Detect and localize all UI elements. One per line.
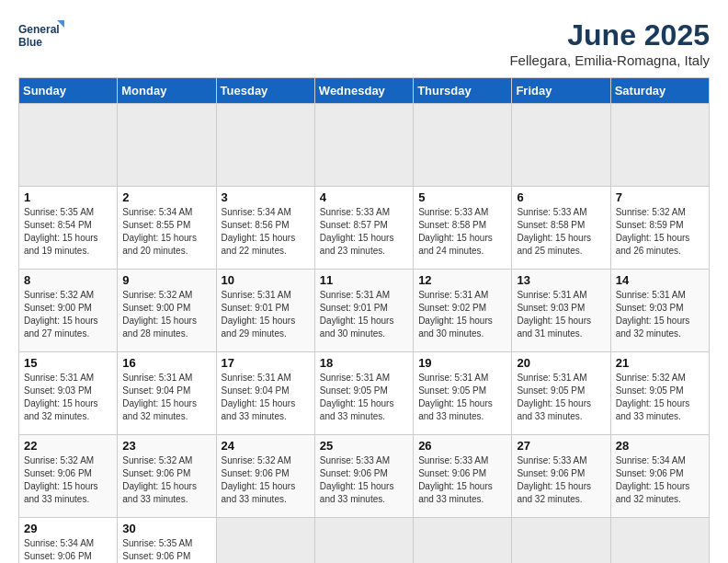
day-number: 18 (320, 356, 408, 370)
calendar-title: June 2025 (509, 18, 710, 52)
calendar-cell: 24 Sunrise: 5:32 AM Sunset: 9:06 PM Dayl… (216, 435, 314, 518)
day-number: 12 (418, 273, 506, 287)
day-info: Sunrise: 5:31 AM Sunset: 9:05 PM Dayligh… (517, 372, 605, 423)
day-number: 8 (24, 273, 112, 287)
calendar-cell: 22 Sunrise: 5:32 AM Sunset: 9:06 PM Dayl… (19, 435, 118, 518)
calendar-week-5: 29 Sunrise: 5:34 AM Sunset: 9:06 PM Dayl… (19, 518, 710, 564)
calendar-cell: 29 Sunrise: 5:34 AM Sunset: 9:06 PM Dayl… (19, 518, 118, 564)
day-number: 9 (122, 273, 210, 287)
calendar-cell: 11 Sunrise: 5:31 AM Sunset: 9:01 PM Dayl… (314, 270, 413, 352)
day-number: 10 (222, 273, 310, 287)
calendar-cell: 6 Sunrise: 5:33 AM Sunset: 8:58 PM Dayli… (512, 187, 610, 270)
calendar-cell: 16 Sunrise: 5:31 AM Sunset: 9:04 PM Dayl… (118, 352, 216, 435)
calendar-cell: 28 Sunrise: 5:34 AM Sunset: 9:06 PM Dayl… (610, 435, 709, 518)
day-info: Sunrise: 5:31 AM Sunset: 9:04 PM Dayligh… (222, 372, 310, 423)
header-sunday: Sunday (19, 78, 118, 104)
calendar-cell: 14 Sunrise: 5:31 AM Sunset: 9:03 PM Dayl… (610, 270, 709, 352)
day-number: 22 (24, 439, 112, 453)
calendar-cell (512, 104, 610, 187)
calendar-cell: 20 Sunrise: 5:31 AM Sunset: 9:05 PM Dayl… (512, 352, 610, 435)
calendar-cell: 2 Sunrise: 5:34 AM Sunset: 8:55 PM Dayli… (118, 187, 216, 270)
day-info: Sunrise: 5:32 AM Sunset: 8:59 PM Dayligh… (616, 206, 704, 258)
calendar-cell: 1 Sunrise: 5:35 AM Sunset: 8:54 PM Dayli… (19, 187, 118, 270)
day-number: 15 (24, 356, 112, 370)
logo-svg: General Blue (18, 18, 64, 57)
day-info: Sunrise: 5:34 AM Sunset: 9:06 PM Dayligh… (616, 454, 704, 506)
day-number: 13 (517, 273, 605, 287)
day-number: 27 (517, 439, 605, 453)
calendar-cell: 25 Sunrise: 5:33 AM Sunset: 9:06 PM Dayl… (314, 435, 413, 518)
header-row: Sunday Monday Tuesday Wednesday Thursday… (19, 78, 710, 104)
day-info: Sunrise: 5:35 AM Sunset: 9:06 PM Dayligh… (122, 537, 210, 563)
calendar-cell: 26 Sunrise: 5:33 AM Sunset: 9:06 PM Dayl… (414, 435, 512, 518)
day-info: Sunrise: 5:32 AM Sunset: 9:06 PM Dayligh… (122, 454, 210, 506)
header-thursday: Thursday (414, 78, 512, 104)
day-info: Sunrise: 5:33 AM Sunset: 9:06 PM Dayligh… (418, 454, 506, 506)
day-info: Sunrise: 5:32 AM Sunset: 9:00 PM Dayligh… (24, 289, 112, 340)
calendar-week-4: 22 Sunrise: 5:32 AM Sunset: 9:06 PM Dayl… (19, 435, 710, 518)
calendar-cell (414, 104, 512, 187)
calendar-cell: 3 Sunrise: 5:34 AM Sunset: 8:56 PM Dayli… (216, 187, 314, 270)
day-info: Sunrise: 5:31 AM Sunset: 9:05 PM Dayligh… (418, 372, 506, 423)
day-number: 4 (320, 190, 408, 204)
day-number: 17 (222, 356, 310, 370)
calendar-cell: 4 Sunrise: 5:33 AM Sunset: 8:57 PM Dayli… (314, 187, 413, 270)
title-block: June 2025 Fellegara, Emilia-Romagna, Ita… (509, 18, 710, 68)
day-number: 5 (418, 190, 506, 204)
calendar-cell: 30 Sunrise: 5:35 AM Sunset: 9:06 PM Dayl… (118, 518, 216, 564)
calendar-cell (216, 518, 314, 564)
day-number: 24 (222, 439, 310, 453)
day-number: 30 (122, 522, 210, 535)
day-info: Sunrise: 5:33 AM Sunset: 9:06 PM Dayligh… (517, 454, 605, 506)
day-number: 19 (418, 356, 506, 370)
calendar-cell: 8 Sunrise: 5:32 AM Sunset: 9:00 PM Dayli… (19, 270, 118, 352)
day-info: Sunrise: 5:33 AM Sunset: 8:58 PM Dayligh… (418, 206, 506, 258)
day-info: Sunrise: 5:32 AM Sunset: 9:05 PM Dayligh… (616, 372, 704, 423)
day-number: 23 (122, 439, 210, 453)
day-info: Sunrise: 5:31 AM Sunset: 9:02 PM Dayligh… (418, 289, 506, 340)
calendar-cell (216, 104, 314, 187)
day-info: Sunrise: 5:33 AM Sunset: 9:06 PM Dayligh… (320, 454, 408, 506)
calendar-cell: 18 Sunrise: 5:31 AM Sunset: 9:05 PM Dayl… (314, 352, 413, 435)
calendar-cell: 23 Sunrise: 5:32 AM Sunset: 9:06 PM Dayl… (118, 435, 216, 518)
calendar-table: Sunday Monday Tuesday Wednesday Thursday… (18, 77, 710, 563)
day-number: 6 (517, 190, 605, 204)
calendar-week-3: 15 Sunrise: 5:31 AM Sunset: 9:03 PM Dayl… (19, 352, 710, 435)
day-number: 29 (24, 522, 112, 535)
header-saturday: Saturday (610, 78, 709, 104)
calendar-cell: 17 Sunrise: 5:31 AM Sunset: 9:04 PM Dayl… (216, 352, 314, 435)
header-wednesday: Wednesday (314, 78, 413, 104)
calendar-week-1: 1 Sunrise: 5:35 AM Sunset: 8:54 PM Dayli… (19, 187, 710, 270)
logo: General Blue (18, 18, 64, 57)
calendar-cell: 21 Sunrise: 5:32 AM Sunset: 9:05 PM Dayl… (610, 352, 709, 435)
day-number: 11 (320, 273, 408, 287)
day-info: Sunrise: 5:35 AM Sunset: 8:54 PM Dayligh… (24, 206, 112, 258)
day-info: Sunrise: 5:32 AM Sunset: 9:00 PM Dayligh… (122, 289, 210, 340)
calendar-cell: 19 Sunrise: 5:31 AM Sunset: 9:05 PM Dayl… (414, 352, 512, 435)
svg-text:Blue: Blue (18, 36, 42, 49)
calendar-body: 1 Sunrise: 5:35 AM Sunset: 8:54 PM Dayli… (19, 104, 710, 564)
day-info: Sunrise: 5:31 AM Sunset: 9:03 PM Dayligh… (24, 372, 112, 423)
day-number: 16 (122, 356, 210, 370)
calendar-cell (314, 104, 413, 187)
calendar-cell (610, 104, 709, 187)
calendar-cell (19, 104, 118, 187)
calendar-cell: 10 Sunrise: 5:31 AM Sunset: 9:01 PM Dayl… (216, 270, 314, 352)
day-info: Sunrise: 5:33 AM Sunset: 8:57 PM Dayligh… (320, 206, 408, 258)
day-number: 20 (517, 356, 605, 370)
day-info: Sunrise: 5:32 AM Sunset: 9:06 PM Dayligh… (222, 454, 310, 506)
calendar-cell (118, 104, 216, 187)
header-tuesday: Tuesday (216, 78, 314, 104)
calendar-cell: 9 Sunrise: 5:32 AM Sunset: 9:00 PM Dayli… (118, 270, 216, 352)
header-monday: Monday (118, 78, 216, 104)
day-info: Sunrise: 5:31 AM Sunset: 9:05 PM Dayligh… (320, 372, 408, 423)
day-number: 1 (24, 190, 112, 204)
calendar-cell (512, 518, 610, 564)
day-number: 7 (616, 190, 704, 204)
calendar-cell: 7 Sunrise: 5:32 AM Sunset: 8:59 PM Dayli… (610, 187, 709, 270)
day-number: 25 (320, 439, 408, 453)
calendar-cell: 13 Sunrise: 5:31 AM Sunset: 9:03 PM Dayl… (512, 270, 610, 352)
day-info: Sunrise: 5:33 AM Sunset: 8:58 PM Dayligh… (517, 206, 605, 258)
calendar-cell: 15 Sunrise: 5:31 AM Sunset: 9:03 PM Dayl… (19, 352, 118, 435)
calendar-cell: 5 Sunrise: 5:33 AM Sunset: 8:58 PM Dayli… (414, 187, 512, 270)
